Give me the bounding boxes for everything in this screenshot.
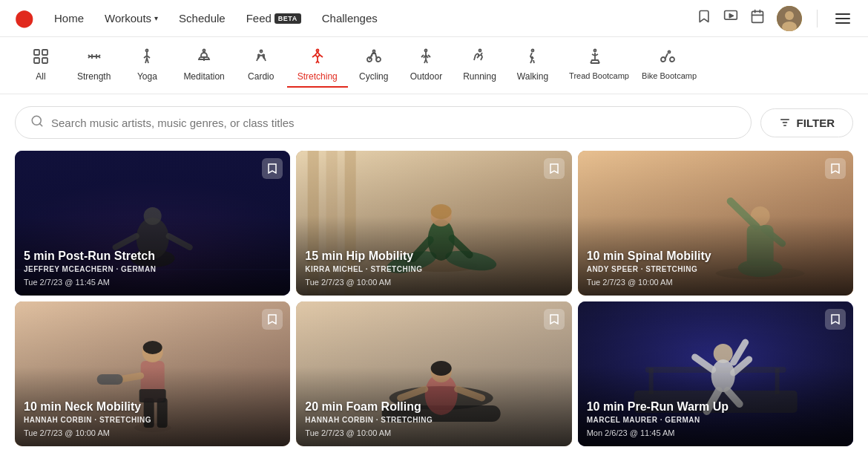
cycling-icon <box>365 48 383 68</box>
logo-icon[interactable]: ⬤ <box>15 9 33 28</box>
category-running-label: Running <box>463 71 496 82</box>
workout-card-4[interactable]: 20 min Foam Rolling HANNAH CORBIN · STRE… <box>296 301 571 446</box>
walking-icon <box>524 48 542 68</box>
card-date-4: Tue 2/7/23 @ 10:00 AM <box>305 428 562 437</box>
search-bar <box>15 106 752 139</box>
card-date-3: Tue 2/7/23 @ 10:00 AM <box>24 428 281 437</box>
card-content-1: 15 min Hip Mobility KIRRA MICHEL · STRET… <box>296 240 571 296</box>
workout-card-1[interactable]: 15 min Hip Mobility KIRRA MICHEL · STRET… <box>296 151 571 296</box>
meditation-icon <box>195 48 213 68</box>
beta-badge: BETA <box>274 13 301 24</box>
svg-point-22 <box>531 50 533 52</box>
bookmark-button-5[interactable] <box>825 309 846 330</box>
category-meditation-label: Meditation <box>183 71 224 82</box>
card-instructor-5: MARCEL MAURER · GERMAN <box>587 416 844 424</box>
filter-button[interactable]: FILTER <box>760 108 853 137</box>
nav-workouts[interactable]: Workouts ▾ <box>96 7 167 29</box>
card-content-5: 10 min Pre-Run Warm Up MARCEL MAURER · G… <box>578 391 853 446</box>
calendar-icon[interactable] <box>750 9 765 27</box>
category-tread-bootcamp-label: Tread Bootcamp <box>569 71 621 81</box>
category-cardio[interactable]: Cardio <box>235 43 287 88</box>
nav-right <box>697 6 853 31</box>
svg-rect-9 <box>34 50 39 55</box>
bike-bootcamp-icon <box>659 48 677 68</box>
category-walking-label: Walking <box>517 71 548 82</box>
card-date-1: Tue 2/7/23 @ 10:00 AM <box>305 278 562 287</box>
svg-point-20 <box>425 50 427 52</box>
category-walking[interactable]: Walking <box>507 43 559 88</box>
svg-point-25 <box>670 57 674 62</box>
bookmark-button-4[interactable] <box>544 309 565 330</box>
card-title-1: 15 min Hip Mobility <box>305 249 562 263</box>
category-all-label: All <box>36 71 45 82</box>
filter-label: FILTER <box>797 117 835 129</box>
workout-grid: 5 min Post-Run Stretch JEFFREY MCEACHERN… <box>0 151 868 458</box>
search-input[interactable] <box>51 117 736 129</box>
category-stretching[interactable]: Stretching <box>287 43 348 88</box>
category-all[interactable]: All <box>15 43 67 88</box>
bookmark-button-1[interactable] <box>544 158 565 179</box>
card-title-0: 5 min Post-Run Stretch <box>24 249 281 263</box>
chevron-down-icon: ▾ <box>154 14 158 22</box>
strength-icon <box>85 48 103 68</box>
category-meditation[interactable]: Meditation <box>173 43 234 88</box>
workout-card-0[interactable]: 5 min Post-Run Stretch JEFFREY MCEACHERN… <box>15 151 290 296</box>
nav-home[interactable]: Home <box>45 7 93 29</box>
card-date-5: Mon 2/6/23 @ 11:45 AM <box>587 428 844 437</box>
category-cardio-label: Cardio <box>248 71 274 82</box>
category-outdoor[interactable]: Outdoor <box>400 43 453 88</box>
category-bike-bootcamp[interactable]: Bike Bootcamp <box>631 43 704 87</box>
play-icon[interactable] <box>723 9 738 27</box>
workout-card-5[interactable]: 10 min Pre-Run Warm Up MARCEL MAURER · G… <box>578 301 853 446</box>
svg-point-23 <box>594 50 596 52</box>
cardio-icon <box>252 48 270 68</box>
nav-divider <box>817 10 818 27</box>
bookmark-button-2[interactable] <box>825 158 846 179</box>
category-stretching-label: Stretching <box>297 71 338 82</box>
svg-rect-2 <box>752 11 763 22</box>
nav-feed[interactable]: Feed BETA <box>237 7 310 29</box>
bookmark-button-0[interactable] <box>262 158 283 179</box>
svg-point-26 <box>668 51 671 53</box>
card-content-4: 20 min Foam Rolling HANNAH CORBIN · STRE… <box>296 391 571 446</box>
tread-bootcamp-icon <box>586 48 604 68</box>
card-title-2: 10 min Spinal Mobility <box>587 249 844 263</box>
category-strength[interactable]: Strength <box>67 43 121 88</box>
card-date-0: Tue 2/7/23 @ 11:45 AM <box>24 278 281 287</box>
card-instructor-0: JEFFREY MCEACHERN · GERMAN <box>24 265 281 273</box>
svg-point-13 <box>146 50 148 52</box>
category-tread-bootcamp[interactable]: Tread Bootcamp <box>559 43 631 87</box>
svg-point-7 <box>785 11 794 20</box>
avatar[interactable] <box>777 6 802 31</box>
card-title-3: 10 min Neck Mobility <box>24 399 281 414</box>
category-yoga-label: Yoga <box>137 71 157 82</box>
workout-card-2[interactable]: 10 min Spinal Mobility ANDY SPEER · STRE… <box>578 151 853 296</box>
outdoor-icon <box>417 48 435 68</box>
yoga-icon <box>138 48 156 68</box>
workout-card-3[interactable]: 10 min Neck Mobility HANNAH CORBIN · STR… <box>15 301 290 446</box>
nav-challenges[interactable]: Challenges <box>313 7 387 29</box>
card-date-2: Tue 2/7/23 @ 10:00 AM <box>587 278 844 287</box>
all-icon <box>32 48 50 68</box>
card-instructor-3: HANNAH CORBIN · STRETCHING <box>24 416 281 424</box>
svg-point-21 <box>479 50 481 52</box>
category-bike-bootcamp-label: Bike Bootcamp <box>642 71 694 81</box>
hamburger-menu[interactable] <box>832 10 853 27</box>
category-cycling-label: Cycling <box>359 71 388 82</box>
card-content-3: 10 min Neck Mobility HANNAH CORBIN · STR… <box>15 391 290 446</box>
category-cycling[interactable]: Cycling <box>348 43 400 88</box>
category-bar: All Strength Yoga Meditation Cardio Stre… <box>0 37 868 94</box>
card-instructor-2: ANDY SPEER · STRETCHING <box>587 265 844 273</box>
nav-links: Home Workouts ▾ Schedule Feed BETA Chall… <box>45 7 697 29</box>
category-strength-label: Strength <box>77 71 111 82</box>
svg-marker-1 <box>729 14 733 18</box>
nav-schedule[interactable]: Schedule <box>170 7 234 29</box>
category-yoga[interactable]: Yoga <box>121 43 173 88</box>
card-title-5: 10 min Pre-Run Warm Up <box>587 399 844 414</box>
bookmark-button-3[interactable] <box>262 309 283 330</box>
category-running[interactable]: Running <box>453 43 507 88</box>
svg-point-15 <box>260 50 262 53</box>
svg-rect-12 <box>42 58 47 63</box>
search-icon <box>30 114 44 131</box>
bookmark-icon[interactable] <box>697 9 711 27</box>
